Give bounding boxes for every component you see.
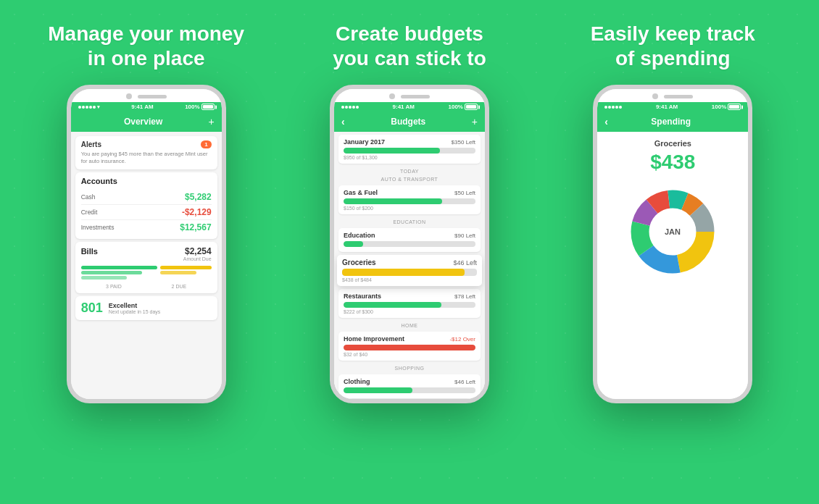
bills-due-label: 2 DUE (172, 284, 187, 289)
budget-item-january: January 2017 $350 Left $950 of $1,300 (338, 135, 481, 164)
credit-card: 801 Excellent Next update in 15 days (75, 296, 217, 320)
spending-content: Groceries $438 (597, 132, 748, 399)
phone1-status-bar: ▾ 9:41 AM 100% (71, 102, 222, 112)
budget-amount-january: $950 of $1,300 (344, 155, 475, 160)
panel2-heading: Create budgets you can stick to (333, 22, 486, 70)
panel-budgets: Create budgets you can stick to (286, 22, 533, 403)
account-row-cash: Cash $5,282 (81, 190, 212, 205)
donut-chart: JAN (622, 181, 723, 282)
phone2-time: 9:41 AM (393, 104, 415, 110)
phone1-title: Overview (124, 117, 162, 127)
phone2-app-header: ‹ Budgets + (334, 112, 485, 132)
battery-icon-2 (465, 104, 478, 110)
bills-paid-label: 3 PAID (106, 284, 122, 289)
phone3-back-btn[interactable]: ‹ (604, 116, 608, 127)
budget-name-gas: Gas & Fuel (344, 189, 378, 196)
alerts-badge: 1 (201, 140, 211, 148)
budget-left-gas: $50 Left (454, 190, 475, 196)
spending-category: Groceries (654, 139, 691, 148)
account-name-investments: Investments (81, 224, 115, 231)
budget-item-groceries-highlighted: Groceries $46 Left $438 of $484 (337, 255, 482, 286)
panel1-heading: Manage your money in one place (48, 22, 244, 70)
phone3-content: Groceries $438 (597, 132, 748, 399)
budget-left-education: $90 Left (454, 232, 475, 239)
budget-name-clothing: Clothing (344, 378, 370, 385)
alerts-text: You are paying $45 more than the average… (81, 151, 212, 165)
battery-icon-3 (728, 104, 741, 110)
donut-svg: JAN (622, 181, 723, 282)
camera-icon-3 (652, 93, 658, 99)
main-container: Manage your money in one place (0, 0, 819, 504)
phone2-title: Budgets (391, 117, 425, 127)
budget-name-january: January 2017 (344, 138, 385, 146)
budget-left-clothing: $46 Left (454, 379, 475, 385)
bills-bars (81, 266, 212, 281)
camera-icon (126, 93, 132, 99)
phone1-add-btn[interactable]: + (208, 116, 214, 127)
section-divider-today: TODAY (334, 167, 485, 175)
phone1-battery-pct: 100% (185, 104, 199, 110)
phone2-battery-pct: 100% (449, 104, 463, 110)
phone3-time: 9:41 AM (656, 104, 678, 110)
alerts-card: Alerts 1 You are paying $45 more than th… (75, 136, 217, 169)
speaker-2 (401, 95, 430, 98)
budget-left-january: $350 Left (452, 139, 475, 146)
budget-amount-gas: $150 of $200 (344, 206, 475, 211)
phone3-title: Spending (651, 117, 691, 127)
budget-amount-restaurants: $222 of $300 (344, 309, 475, 314)
credit-label: Excellent (109, 302, 161, 309)
panel3-heading: Easily keep track of spending (591, 22, 755, 70)
phone3-battery-pct: 100% (712, 104, 726, 110)
budget-item-home-improvement: Home Improvement -$12 Over $32 of $40 (338, 332, 481, 361)
bills-labels: 3 PAID 2 DUE (81, 284, 212, 289)
phone2-back-btn[interactable]: ‹ (341, 116, 345, 127)
credit-score-value: 801 (81, 301, 103, 316)
phone2-top (334, 89, 485, 102)
credit-sub: Next update in 15 days (109, 309, 161, 314)
budget-item-education: Education $90 Left (338, 228, 481, 252)
budget-item-clothing: Clothing $46 Left (338, 374, 481, 398)
budget-name-home-improvement: Home Improvement (344, 335, 404, 343)
account-value-investments: $12,567 (180, 222, 211, 232)
donut-label: JAN (665, 227, 681, 236)
phone-2: 9:41 AM 100% ‹ Budgets + (330, 85, 489, 403)
accounts-title: Accounts (81, 177, 212, 185)
phone1-app-header: Overview + (71, 112, 222, 132)
account-row-investments: Investments $12,567 (81, 220, 212, 235)
phone-3: 9:41 AM 100% ‹ Spending Groceries (593, 85, 752, 403)
budget-item-restaurants: Restaurants $78 Left $222 of $300 (338, 289, 481, 318)
spending-amount: $438 (650, 151, 695, 174)
speaker-3 (664, 95, 693, 98)
account-name-credit: Credit (81, 209, 98, 216)
account-name-cash: Cash (81, 193, 96, 201)
phone2-status-bar: 9:41 AM 100% (334, 102, 485, 112)
phone3-app-header: ‹ Spending (597, 112, 748, 132)
account-value-cash: $5,282 (185, 192, 212, 202)
budget-amount-groceries: $438 of $484 (342, 277, 477, 282)
bills-amount: $2,254 (183, 246, 212, 256)
section-divider-auto: AUTO & TRANSPORT (334, 175, 485, 182)
section-divider-home: HOME (334, 321, 485, 329)
budget-name-groceries: Groceries (342, 259, 376, 266)
phone1-top (71, 89, 222, 102)
section-divider-shopping: SHOPPING (334, 364, 485, 371)
phone3-top (597, 89, 748, 102)
budget-item-gas: Gas & Fuel $50 Left $150 of $200 (338, 185, 481, 214)
phone2-add-btn[interactable]: + (472, 116, 478, 127)
panel-manage-money: Manage your money in one place (23, 22, 270, 403)
alerts-title: Alerts (81, 140, 101, 148)
phone3-status-bar: 9:41 AM 100% (597, 102, 748, 112)
phone1-time: 9:41 AM (131, 104, 153, 110)
battery-icon (201, 104, 215, 110)
phone1-content: Alerts 1 You are paying $45 more than th… (71, 132, 222, 399)
panel-spending: Easily keep track of spending (549, 22, 796, 403)
bills-card: Bills $2,254 Amount Due (75, 242, 217, 293)
bills-sub: Amount Due (183, 256, 212, 261)
bills-title: Bills (81, 247, 98, 256)
budget-left-restaurants: $78 Left (454, 293, 475, 300)
speaker (138, 95, 167, 98)
budget-amount-home: $32 of $40 (344, 352, 475, 357)
budget-left-home-improvement: -$12 Over (449, 336, 475, 343)
account-value-credit: -$2,129 (182, 207, 212, 217)
budget-name-restaurants: Restaurants (344, 293, 381, 300)
